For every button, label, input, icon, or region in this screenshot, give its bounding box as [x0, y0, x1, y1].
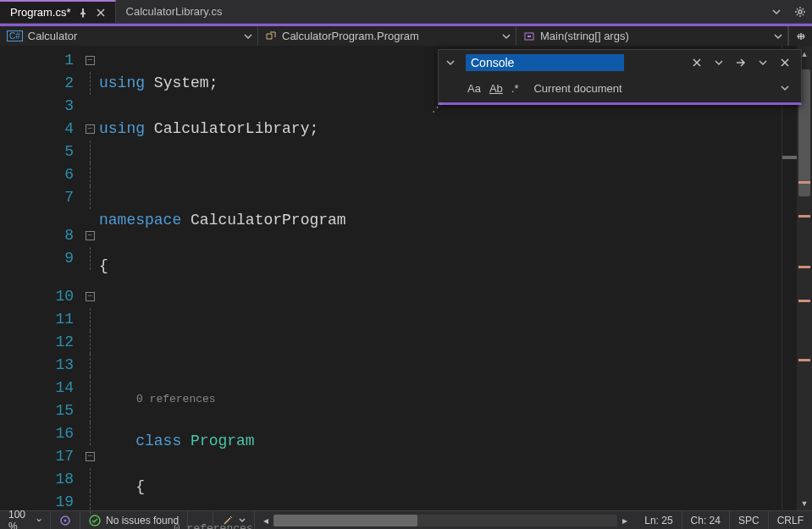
line-number: 10: [0, 285, 74, 308]
find-input[interactable]: [466, 54, 624, 71]
find-next-icon[interactable]: [732, 53, 750, 72]
line-number: 3: [0, 95, 74, 118]
tab-label: CalculatorLibrary.cs: [126, 5, 223, 18]
tab-switcher-icon[interactable]: [765, 0, 788, 23]
find-case-toggle[interactable]: Aa: [467, 82, 481, 95]
line-number: 18: [0, 468, 74, 491]
method-icon: [523, 30, 535, 42]
line-number: 7: [0, 186, 74, 209]
tab-spacer: [230, 0, 765, 23]
class-icon: [265, 30, 277, 42]
code-area[interactable]: using System; using CalculatorLibrary; n…: [99, 46, 782, 510]
fold-toggle[interactable]: −: [86, 231, 95, 240]
find-word-toggle[interactable]: Ab: [489, 82, 503, 95]
editor: 1 2 3 4 5 6 7 8 9 10 11 12 13 14 15 16 1…: [0, 46, 812, 510]
line-number: 17: [0, 445, 74, 468]
tab-program-cs[interactable]: Program.cs*: [0, 0, 116, 23]
nav-method-label: Main(string[] args): [540, 30, 629, 42]
zoom-control[interactable]: 100 %: [0, 511, 51, 529]
horizontal-scrollbar[interactable]: ◂ ▸: [255, 515, 636, 526]
line-number: 6: [0, 163, 74, 186]
find-regex-toggle[interactable]: .*: [511, 82, 519, 95]
fold-toggle[interactable]: −: [86, 124, 95, 134]
codelens-label[interactable]: 0 references: [99, 392, 782, 407]
nav-project-label: Calculator: [28, 30, 78, 42]
svg-point-0: [798, 10, 802, 14]
find-widget: Aa Ab .* Current document ⋰: [438, 49, 802, 105]
line-number: 13: [0, 354, 74, 377]
find-dismiss-icon[interactable]: [776, 53, 794, 72]
line-gutter: 1 2 3 4 5 6 7 8 9 10 11 12 13 14 15 16 1…: [0, 46, 80, 510]
split-editor-icon[interactable]: [788, 26, 812, 46]
fold-toggle[interactable]: −: [86, 56, 95, 65]
chevron-down-icon[interactable]: [754, 53, 772, 72]
fold-toggle[interactable]: −: [86, 452, 95, 461]
nav-class-label: CalculatorProgram.Program: [282, 30, 419, 42]
vertical-scrollbar[interactable]: ▴ ▾: [797, 46, 812, 510]
line-number: 2: [0, 72, 74, 95]
find-close-icon[interactable]: [688, 53, 706, 72]
line-number: 4: [0, 118, 74, 141]
find-scope-label[interactable]: Current document: [533, 82, 621, 95]
line-number: 19: [0, 491, 74, 514]
tab-label: Program.cs*: [10, 6, 71, 19]
line-number: 1: [0, 49, 74, 72]
line-number: 8: [0, 224, 74, 247]
chevron-down-icon[interactable]: [776, 79, 794, 97]
chevron-down-icon: [774, 32, 782, 41]
chevron-down-icon: [36, 517, 41, 524]
chevron-down-icon[interactable]: [710, 53, 728, 72]
line-number: 16: [0, 422, 74, 445]
csharp-icon: C#: [7, 30, 23, 41]
nav-bar: C# Calculator CalculatorProgram.Program …: [0, 24, 812, 46]
chevron-down-icon: [502, 32, 511, 41]
nav-class-dropdown[interactable]: CalculatorProgram.Program: [258, 26, 516, 46]
line-number: 11: [0, 308, 74, 331]
svg-point-4: [64, 519, 67, 521]
close-icon[interactable]: [95, 7, 107, 19]
scroll-thumb[interactable]: [273, 515, 417, 526]
nav-project-dropdown[interactable]: C# Calculator: [0, 26, 258, 46]
fold-column: − − − − −: [80, 46, 99, 510]
pin-icon[interactable]: [78, 8, 88, 18]
minimap[interactable]: [782, 46, 797, 510]
svg-rect-2: [528, 36, 531, 37]
gear-icon[interactable]: [788, 0, 812, 23]
tab-calculatorlibrary-cs[interactable]: CalculatorLibrary.cs: [116, 0, 231, 23]
line-number: 15: [0, 400, 74, 422]
line-number: 12: [0, 331, 74, 354]
line-number: 9: [0, 247, 74, 270]
nav-method-dropdown[interactable]: Main(string[] args): [516, 26, 788, 46]
line-number: 14: [0, 377, 74, 400]
intellicode-icon[interactable]: [51, 511, 80, 529]
find-expand-icon[interactable]: [445, 58, 462, 68]
tab-bar: Program.cs* CalculatorLibrary.cs: [0, 0, 812, 24]
chevron-down-icon: [244, 32, 252, 41]
fold-toggle[interactable]: −: [86, 292, 95, 301]
line-number: 5: [0, 141, 74, 163]
